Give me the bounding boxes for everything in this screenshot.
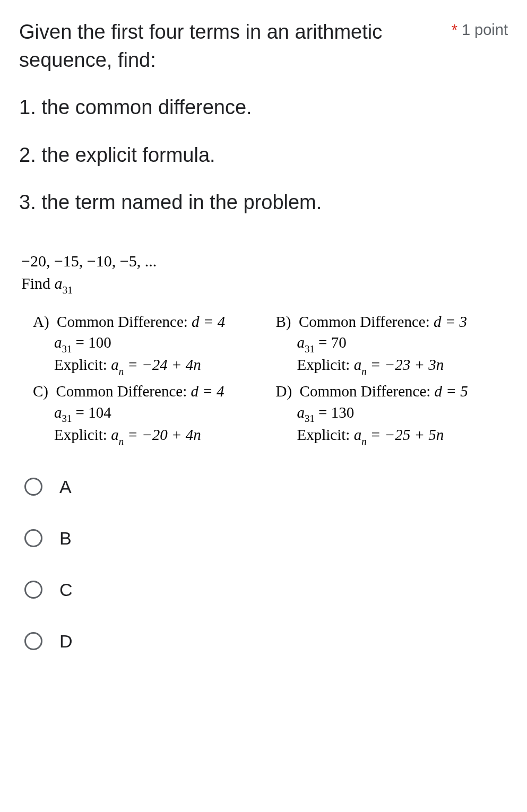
answer-choice-b: B) Common Difference: d = 3 a31 = 70 Exp… [276,312,508,377]
radio-icon [24,632,42,650]
answer-choice-c: C) Common Difference: d = 4 a31 = 104 Ex… [33,381,265,447]
radio-options: A B C D [19,477,508,652]
problem-image-content: −20, −15, −10, −5, ... Find a31 A) Commo… [21,250,508,447]
answer-choice-d: D) Common Difference: d = 5 a31 = 130 Ex… [276,381,508,447]
answer-choice-a: A) Common Difference: d = 4 a31 = 100 Ex… [33,312,265,377]
answer-choices-grid: A) Common Difference: d = 4 a31 = 100 Ex… [33,312,508,447]
task-3: 3. the term named in the problem. [19,188,508,217]
radio-option-c[interactable]: C [24,580,508,600]
points-text: 1 point [462,21,508,38]
required-asterisk: * [452,21,457,38]
radio-option-a[interactable]: A [24,477,508,497]
radio-label: B [59,528,72,549]
sequence-text: −20, −15, −10, −5, ... [21,250,508,272]
radio-icon [24,581,42,599]
radio-option-b[interactable]: B [24,528,508,549]
radio-icon [24,478,42,496]
radio-label: D [59,631,73,652]
radio-icon [24,529,42,547]
find-instruction: Find a31 [21,273,508,296]
radio-option-d[interactable]: D [24,631,508,652]
question-header: Given the first four terms in an arithme… [19,18,508,74]
points-indicator: *1 point [452,18,508,39]
task-1: 1. the common difference. [19,93,508,122]
radio-label: A [59,477,72,497]
question-title: Given the first four terms in an arithme… [19,18,452,74]
radio-label: C [59,580,73,600]
task-2: 2. the explicit formula. [19,141,508,169]
